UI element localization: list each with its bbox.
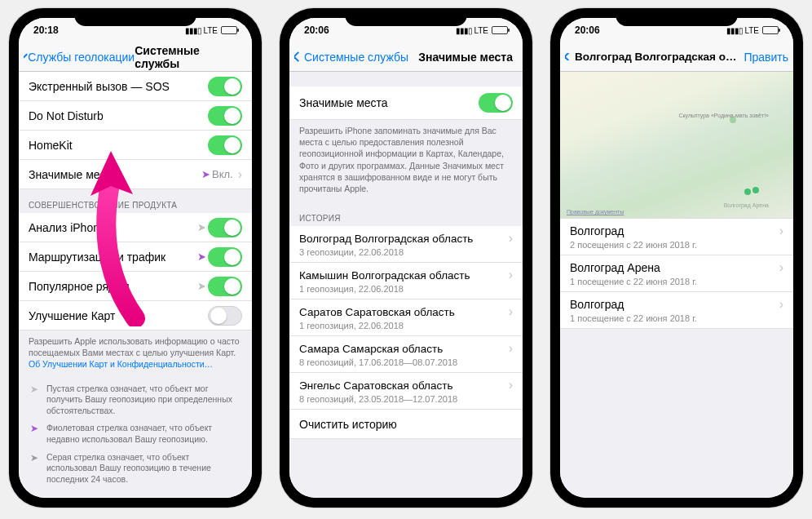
battery-icon	[492, 26, 508, 34]
row-routing-traffic[interactable]: Маршрутизация и трафик ➤	[19, 242, 252, 272]
map-legal-link[interactable]: Правовые документы	[567, 209, 624, 215]
history-item[interactable]: Саратов Саратовская область › 1 геопозиц…	[289, 299, 523, 336]
location-icon: ➤	[197, 251, 206, 263]
place-item[interactable]: Волгоград Арена › 1 посещение с 22 июня …	[560, 255, 793, 292]
battery-icon	[221, 26, 237, 34]
chevron-left-icon	[565, 53, 574, 60]
history-item[interactable]: Волгоград Волгоградская область › 3 геоп…	[289, 226, 523, 263]
chevron-right-icon: ›	[238, 167, 242, 182]
history-item[interactable]: Энгельс Саратовская область › 8 геопозиц…	[289, 373, 523, 410]
row-status-icon[interactable]: Значок в меню статуса	[19, 497, 252, 498]
map-poi-label: Волгоград Арена	[724, 202, 769, 208]
nav-bar: Волгоград Волгоградская о… Править	[560, 42, 793, 72]
back-button[interactable]: Службы геолокации	[24, 51, 135, 64]
clock: 20:18	[33, 24, 59, 36]
chevron-right-icon: ›	[509, 231, 513, 246]
nav-title: Волгоград Волгоградская о…	[575, 51, 744, 63]
nav-title: Значимые места	[418, 51, 518, 64]
chevron-left-icon	[294, 51, 303, 62]
place-item[interactable]: Волгоград › 1 посещение с 22 июня 2018 г…	[560, 292, 793, 329]
map-poi-icon	[744, 189, 751, 195]
location-outline-icon: ➤	[29, 384, 40, 417]
legend: ➤ Пустая стрелка означает, что объект мо…	[19, 379, 252, 497]
phone-frame: 20:06 ▮▮▮▯ LTE Волгоград Волгоградская о…	[550, 8, 803, 508]
row-iphone-analysis[interactable]: Анализ iPhone ➤	[19, 213, 252, 242]
row-dnd[interactable]: Do Not Disturb	[19, 101, 252, 131]
chevron-right-icon: ›	[779, 297, 783, 312]
chevron-right-icon: ›	[779, 224, 783, 238]
settings-list[interactable]: Значимые места Разрешить iPhone запомина…	[289, 72, 523, 498]
privacy-link[interactable]: Об Улучшении Карт и Конфиденциальности…	[29, 359, 213, 369]
clock: 20:06	[304, 24, 329, 36]
history-header: ИСТОРИЯ	[289, 202, 523, 226]
chevron-right-icon: ›	[509, 268, 513, 282]
map-view[interactable]: Скульптура «Родина-мать зовёт!» Волгогра…	[560, 72, 793, 219]
row-homekit[interactable]: HomeKit	[19, 131, 252, 160]
chevron-right-icon: ›	[509, 304, 513, 319]
phone-frame: 20:18 ▮▮▮▯ LTE Службы геолокации Системн…	[9, 8, 262, 508]
nav-bar: Службы геолокации Системные службы	[19, 42, 252, 72]
clear-history-button[interactable]: Очистить историю	[289, 410, 523, 439]
map-poi-label: Скульптура «Родина-мать зовёт!»	[678, 113, 769, 118]
row-maps-improve[interactable]: Улучшение Карт	[19, 301, 252, 330]
row-popular-nearby[interactable]: Популярное рядом ➤	[19, 272, 252, 301]
signal-icon: ▮▮▮▯	[726, 26, 743, 35]
history-item[interactable]: Камышин Волгоградская область › 1 геопоз…	[289, 263, 523, 299]
location-icon: ➤	[201, 168, 210, 180]
location-icon: ➤	[197, 221, 206, 233]
chevron-right-icon: ›	[509, 341, 513, 356]
toggle[interactable]	[208, 106, 242, 126]
toggle[interactable]	[208, 77, 242, 96]
nav-bar: Системные службы Значимые места	[289, 42, 523, 72]
place-detail: Скульптура «Родина-мать зовёт!» Волгогра…	[560, 72, 793, 498]
toggle[interactable]	[479, 93, 513, 113]
history-item[interactable]: Самара Самарская область › 8 геопозиций,…	[289, 336, 523, 373]
detail-label: Вкл.	[212, 168, 233, 180]
edit-button[interactable]: Править	[744, 51, 788, 64]
footer-maps: Разрешить Apple использовать информацию …	[19, 330, 252, 379]
network-label: LTE	[474, 26, 488, 35]
place-item[interactable]: Волгоград › 2 посещения с 22 июня 2018 г…	[560, 219, 793, 255]
signal-icon: ▮▮▮▯	[456, 26, 472, 35]
notch	[74, 8, 196, 26]
toggle[interactable]	[208, 306, 242, 326]
back-button[interactable]	[565, 53, 575, 60]
signal-icon: ▮▮▮▯	[185, 26, 201, 35]
notch	[345, 8, 467, 26]
toggle[interactable]	[208, 135, 242, 155]
toggle[interactable]	[208, 218, 242, 237]
notch	[616, 8, 738, 26]
map-poi-icon	[752, 187, 759, 193]
back-label: Системные службы	[304, 51, 408, 64]
clock: 20:06	[575, 24, 600, 36]
description: Разрешить iPhone запоминать значимые для…	[289, 120, 523, 202]
battery-icon	[762, 26, 779, 34]
row-significant-locations-toggle[interactable]: Значимые места	[289, 86, 523, 120]
back-button[interactable]: Системные службы	[294, 51, 408, 64]
toggle[interactable]	[208, 247, 242, 267]
network-label: LTE	[203, 26, 218, 35]
toggle[interactable]	[208, 277, 242, 296]
chevron-right-icon: ›	[779, 260, 783, 275]
location-purple-icon: ➤	[29, 423, 40, 445]
nav-title: Системные службы	[135, 44, 247, 70]
row-significant-locations[interactable]: Значимые места ➤ Вкл. ›	[19, 160, 252, 189]
location-icon: ➤	[197, 280, 206, 292]
location-gray-icon: ➤	[29, 452, 40, 486]
chevron-right-icon: ›	[509, 378, 513, 393]
settings-list[interactable]: Экстренный вызов — SOS Do Not Disturb Ho…	[19, 72, 252, 498]
back-label: Службы геолокации	[28, 51, 135, 64]
network-label: LTE	[744, 26, 759, 35]
row-sos[interactable]: Экстренный вызов — SOS	[19, 72, 252, 101]
phone-frame: 20:06 ▮▮▮▯ LTE Системные службы Значимые…	[280, 8, 532, 508]
section-header-improve: СОВЕРШЕНСТВОВАНИЕ ПРОДУКТА	[19, 189, 252, 213]
